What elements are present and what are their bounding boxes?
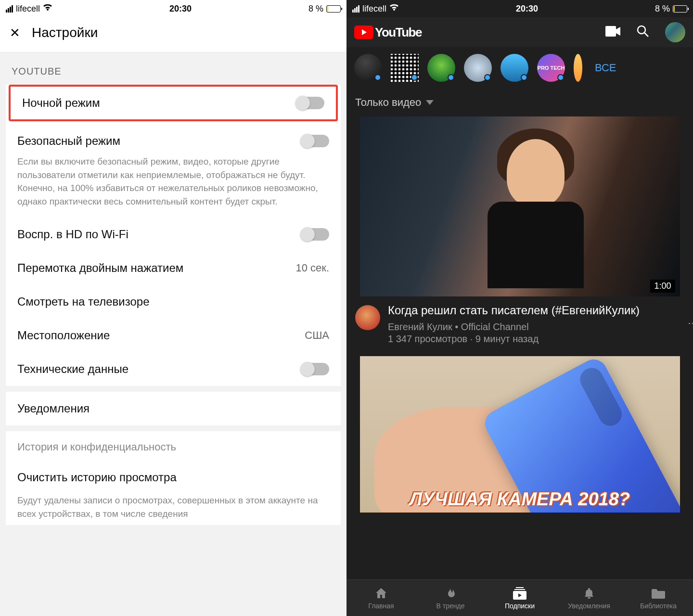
channel-avatar[interactable] xyxy=(464,54,492,82)
settings-pane: lifecell 20:30 8 % ✕ Настройки YOUTUBE Н… xyxy=(0,0,346,616)
all-channels-link[interactable]: ВСЕ xyxy=(595,62,616,74)
settings-card-main: Ночной режим Безопасный режим Если вы вк… xyxy=(6,85,341,386)
account-avatar[interactable] xyxy=(665,22,685,42)
toggle-switch[interactable] xyxy=(301,228,329,241)
youtube-play-icon xyxy=(354,26,373,39)
tab-label: Главная xyxy=(368,602,394,610)
tab-home[interactable]: Главная xyxy=(346,580,416,616)
filter-dropdown[interactable]: Только видео xyxy=(346,89,693,116)
svg-rect-3 xyxy=(516,587,524,588)
status-bar: lifecell 20:30 8 % xyxy=(0,0,346,17)
youtube-wordmark: YouTube xyxy=(375,25,422,40)
video-stats: 1 347 просмотров · 9 минут назад xyxy=(388,334,665,345)
video-duration: 1:00 xyxy=(650,280,675,293)
signal-icon xyxy=(6,5,13,13)
settings-card-notif: Уведомления xyxy=(6,392,341,425)
tab-label: Библиотека xyxy=(640,602,677,610)
bell-icon xyxy=(583,587,595,600)
carrier-label: lifecell xyxy=(16,4,40,14)
tab-label: Уведомления xyxy=(568,602,610,610)
svg-rect-0 xyxy=(605,26,616,37)
video-title[interactable]: Когда решил стать писателем (#ЕвгенийКул… xyxy=(388,303,665,318)
setting-double-tap[interactable]: Перемотка двойным нажатием 10 сек. xyxy=(6,251,341,285)
setting-hd-wifi[interactable]: Воспр. в HD по Wi-Fi xyxy=(6,218,341,251)
setting-dark-theme[interactable]: Ночной режим xyxy=(9,85,338,121)
svg-point-1 xyxy=(638,26,645,34)
video-thumbnail[interactable]: ЛУЧШАЯ КАМЕРА 2018? xyxy=(360,356,680,513)
section-header-youtube: YOUTUBE xyxy=(0,52,346,85)
home-icon xyxy=(375,587,387,600)
carrier-label: lifecell xyxy=(362,4,386,14)
tab-subscriptions[interactable]: Подписки xyxy=(485,580,554,616)
section-header-history: История и конфиденциальность xyxy=(6,431,341,461)
setting-label: Воспр. в HD по Wi-Fi xyxy=(17,228,128,241)
setting-description: Будут удалены записи о просмотрах, совер… xyxy=(6,494,341,525)
setting-description: Если вы включите безопасный режим, видео… xyxy=(6,155,341,218)
status-time: 20:30 xyxy=(516,4,538,14)
search-icon[interactable] xyxy=(636,25,650,40)
folder-icon xyxy=(652,587,665,600)
youtube-header: YouTube xyxy=(346,17,693,47)
channel-avatar[interactable] xyxy=(354,54,382,82)
video-overlay-title: ЛУЧШАЯ КАМЕРА 2018? xyxy=(410,489,630,510)
setting-label: Ночной режим xyxy=(22,96,100,110)
video-card: ЛУЧШАЯ КАМЕРА 2018? xyxy=(346,356,693,513)
subscriptions-icon xyxy=(513,587,526,600)
battery-percent: 8 % xyxy=(655,4,670,14)
setting-label: Смотреть на телевизоре xyxy=(17,295,150,308)
channel-avatar[interactable] xyxy=(500,54,528,82)
signal-icon xyxy=(352,5,359,13)
channel-avatar[interactable] xyxy=(355,305,380,330)
svg-rect-4 xyxy=(514,589,525,590)
setting-value: США xyxy=(305,329,329,342)
channel-strip: PRO TECH ВСЕ xyxy=(346,47,693,89)
channel-avatar[interactable]: PRO TECH xyxy=(537,54,565,82)
bottom-tab-bar: Главная В тренде Подписки Уведомления Би… xyxy=(346,579,693,616)
setting-stats[interactable]: Технические данные xyxy=(6,352,341,386)
setting-clear-history[interactable]: Очистить историю просмотра xyxy=(6,461,341,494)
settings-header: ✕ Настройки xyxy=(0,17,346,52)
flame-icon xyxy=(445,587,456,600)
camera-icon[interactable] xyxy=(605,26,621,38)
close-icon[interactable]: ✕ xyxy=(10,26,20,40)
setting-tv[interactable]: Смотреть на телевизоре xyxy=(6,285,341,319)
setting-label: Безопасный режим xyxy=(17,134,120,148)
toggle-switch[interactable] xyxy=(301,135,329,147)
tab-label: Подписки xyxy=(505,602,535,610)
channel-avatar[interactable] xyxy=(391,54,419,82)
settings-card-history: История и конфиденциальность Очистить ис… xyxy=(6,431,341,525)
setting-value: 10 сек. xyxy=(295,262,329,274)
setting-location[interactable]: Местоположение США xyxy=(6,319,341,352)
battery-percent: 8 % xyxy=(308,4,323,14)
youtube-feed-pane: lifecell 20:30 8 % YouTube xyxy=(346,0,693,616)
wifi-icon xyxy=(389,4,399,14)
youtube-logo[interactable]: YouTube xyxy=(354,25,422,40)
filter-label: Только видео xyxy=(355,96,421,109)
toggle-switch[interactable] xyxy=(301,363,329,375)
tab-notifications[interactable]: Уведомления xyxy=(554,580,624,616)
more-icon[interactable]: ⋮ xyxy=(658,318,693,330)
chevron-down-icon xyxy=(426,100,434,105)
setting-label: Уведомления xyxy=(17,402,90,415)
status-bar: lifecell 20:30 8 % xyxy=(346,0,693,17)
video-card: 1:00 Когда решил стать писателем (#Евген… xyxy=(346,116,693,345)
settings-title: Настройки xyxy=(32,25,98,40)
toggle-switch[interactable] xyxy=(296,97,324,109)
battery-icon xyxy=(673,5,687,13)
video-thumbnail[interactable]: 1:00 xyxy=(360,116,680,296)
tab-label: В тренде xyxy=(436,602,465,610)
channel-avatar[interactable] xyxy=(427,54,455,82)
setting-label: Местоположение xyxy=(17,329,110,342)
tab-trending[interactable]: В тренде xyxy=(416,580,485,616)
channel-avatar[interactable] xyxy=(574,54,582,82)
setting-label: Перемотка двойным нажатием xyxy=(17,261,183,275)
status-time: 20:30 xyxy=(169,4,192,14)
video-channel: Евгений Кулик • Official Channel xyxy=(388,321,665,333)
battery-icon xyxy=(326,5,341,13)
setting-restricted[interactable]: Безопасный режим xyxy=(6,121,341,155)
svg-line-2 xyxy=(644,33,648,37)
setting-label: Технические данные xyxy=(17,362,128,376)
wifi-icon xyxy=(43,4,52,14)
tab-library[interactable]: Библиотека xyxy=(624,580,693,616)
setting-notifications[interactable]: Уведомления xyxy=(6,392,341,425)
